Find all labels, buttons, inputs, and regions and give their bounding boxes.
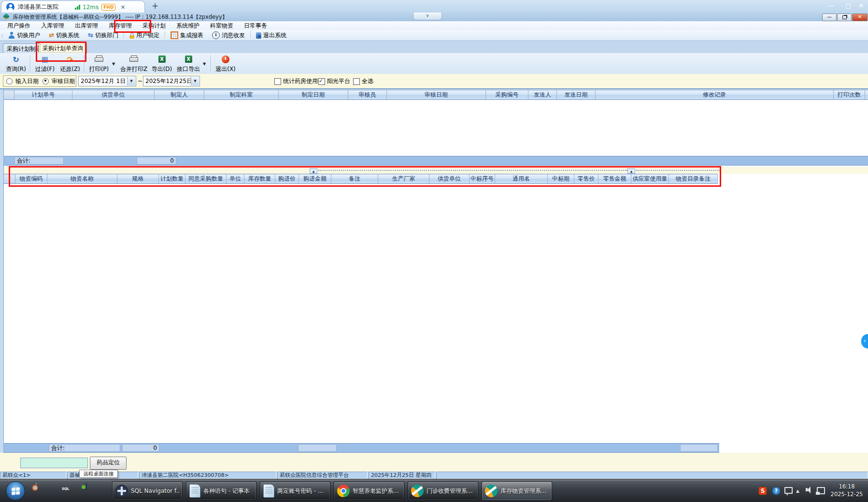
sunshine-platform-checkbox-row[interactable]: 阳光平台 [318, 77, 350, 85]
col-auditor[interactable]: 审核员 [348, 90, 387, 99]
plan-grid-body[interactable] [4, 100, 868, 156]
integrated-reports-button[interactable]: 集成报表 [166, 30, 208, 41]
col-purchase-price[interactable]: 购进价 [275, 174, 299, 183]
start-button[interactable] [6, 481, 25, 501]
browser-tab[interactable]: 漳浦县第二医院 12ms FHD ✕ [1, 0, 145, 13]
detail-grid-body[interactable] [4, 184, 868, 443]
taskbar-chrome-app[interactable]: 智慧养老监护系... [334, 481, 404, 501]
interface-export-button[interactable]: 接口导出 [175, 55, 202, 72]
col-material-name[interactable]: 物资名称 [47, 174, 117, 183]
taskbar-outpatient-app[interactable]: 门诊收费管理系... [408, 481, 478, 501]
col-create-dept[interactable]: 制定科室 [204, 90, 279, 99]
hardware-tray-icon[interactable] [784, 487, 793, 494]
col-sender[interactable]: 发送人 [528, 90, 557, 99]
col-manufacturer[interactable]: 生产厂家 [378, 174, 429, 183]
menu-daily-affairs[interactable]: 日常事务 [239, 21, 272, 30]
menu-system-maintenance[interactable]: 系统维护 [171, 21, 205, 30]
col-purchase-no[interactable]: 采购编号 [486, 90, 528, 99]
col-supplier[interactable]: 供货单位 [429, 174, 470, 183]
chevron-down-icon[interactable]: ▼ [127, 77, 135, 85]
col-bid-period[interactable]: 中标期 [548, 174, 574, 183]
filter-button[interactable]: ▦ 过滤(F) [33, 55, 57, 72]
col-plan-no[interactable]: 计划单号 [14, 90, 72, 99]
print-button[interactable]: 打印(P) [87, 55, 111, 72]
taskbar-notepad-1[interactable]: 各种语句 - 记事本 [186, 481, 256, 501]
menu-purchase-plan[interactable]: 采购计划 [137, 21, 171, 30]
browser-close-button[interactable]: ✕ [855, 1, 868, 11]
app-minimize-button[interactable]: — [822, 14, 837, 21]
select-all-checkbox-row[interactable]: 全选 [353, 77, 373, 85]
menu-inventory[interactable]: 库存管理 [103, 21, 137, 30]
col-send-date[interactable]: 发送日期 [557, 90, 596, 99]
col-material-code[interactable]: 物资编码 [15, 174, 47, 183]
drug-locate-button[interactable]: 药品定位 [90, 457, 127, 470]
help-tray-icon[interactable] [772, 487, 780, 495]
app-close-button[interactable]: ✕ [852, 14, 868, 21]
col-bid-serial[interactable]: 中标序号 [470, 174, 495, 183]
tab-purchase-plan-query[interactable]: 采购计划单查询 [39, 42, 87, 54]
sogou-tray-icon[interactable] [759, 487, 767, 495]
tab-close-icon[interactable]: ✕ [120, 4, 125, 11]
menu-outbound[interactable]: 出库管理 [70, 21, 103, 30]
col-supply-room-usage[interactable]: 供应室使用量 [631, 174, 669, 183]
search-doc-launcher-icon[interactable] [36, 483, 37, 490]
drug-locate-input[interactable] [20, 458, 88, 468]
menu-user-ops[interactable]: 用户操作 [2, 21, 36, 30]
audit-date-radio[interactable] [43, 78, 49, 84]
col-spec[interactable]: 规格 [117, 174, 159, 183]
query-button[interactable]: ↻ 查询(R) [4, 55, 28, 72]
taskbar-inventory-app[interactable]: 库存物资管理系... [482, 481, 552, 501]
messages-button[interactable]: 消息收发 [208, 30, 249, 41]
col-creator[interactable]: 制定人 [155, 90, 204, 99]
network-tray-icon[interactable] [817, 487, 825, 494]
exit-button[interactable]: 退出(X) [213, 55, 238, 72]
col-remark[interactable]: 备注 [331, 174, 378, 183]
col-supplier[interactable]: 供货单位 [72, 90, 155, 99]
input-date-radio[interactable] [6, 78, 13, 84]
switch-user-button[interactable]: 切换用户 [4, 30, 44, 41]
browser-maximize-button[interactable]: □ [841, 1, 855, 11]
new-tab-button[interactable]: + [152, 1, 158, 11]
col-plan-qty[interactable]: 计划数量 [159, 174, 185, 183]
date-to-combo[interactable]: 2025年12月25日 ▼ [143, 76, 200, 86]
col-generic-name[interactable]: 通用名 [495, 174, 548, 183]
pharmacy-usage-checkbox[interactable] [274, 78, 281, 85]
splitter-collapse-icon[interactable]: ▲ [627, 168, 635, 174]
select-all-checkbox[interactable] [353, 78, 360, 85]
col-unit[interactable]: 单位 [227, 174, 244, 183]
col-retail-price[interactable]: 零售价 [574, 174, 598, 183]
lock-user-button[interactable]: 用户锁定 [125, 30, 164, 41]
col-purchase-amount[interactable]: 购进金额 [299, 174, 331, 183]
col-catalog-remark[interactable]: 物资目录备注 [669, 174, 718, 183]
col-stock-qty[interactable]: 库存数量 [244, 174, 275, 183]
volume-tray-icon[interactable] [806, 488, 808, 491]
tray-expand-icon[interactable]: ▲ [796, 488, 799, 493]
exit-system-button[interactable]: 退出系统 [252, 30, 291, 41]
restore-button[interactable]: ↷ 还原(Z) [58, 55, 82, 72]
splitter-collapse-icon[interactable]: ▲ [310, 168, 317, 174]
taskbar-clock[interactable]: 16:18 2025-12-25 [827, 483, 867, 498]
rdp-connection-bar-toggle[interactable]: ∨ [413, 13, 442, 20]
remote-pc-launcher-icon[interactable] [86, 483, 87, 490]
menu-inbound[interactable]: 入库管理 [36, 21, 70, 30]
chevron-down-icon[interactable]: ▼ [191, 77, 199, 85]
col-retail-amount[interactable]: 零售金额 [598, 174, 631, 183]
col-create-date[interactable]: 制定日期 [279, 90, 348, 99]
col-print-count[interactable]: 打印次数 [834, 90, 865, 99]
col-modify-record[interactable]: 修改记录 [596, 90, 834, 99]
export-button[interactable]: 导出(D) [150, 55, 174, 72]
switch-department-button[interactable]: ⇆切换部门 [84, 30, 123, 41]
merge-print-button[interactable]: 合并打印Z [119, 55, 149, 72]
sunshine-platform-checkbox[interactable] [318, 78, 325, 85]
pharmacy-usage-checkbox-row[interactable]: 统计药房使用量 [274, 77, 324, 85]
date-from-combo[interactable]: 2025年12月 1日 ▼ [78, 76, 136, 86]
taskbar-notepad-2[interactable]: 两定账号密码 - ... [260, 481, 330, 501]
taskbar-sql-navigator[interactable]: SQL Navigator f... [112, 481, 183, 501]
interface-export-dropdown-caret[interactable]: ▼ [203, 62, 206, 66]
app-restore-button[interactable] [837, 14, 852, 21]
switch-system-button[interactable]: ⇄切换系统 [44, 30, 84, 41]
col-audit-date[interactable]: 审核日期 [387, 90, 486, 99]
col-approved-qty[interactable]: 同意采购数量 [185, 174, 227, 183]
print-dropdown-caret[interactable]: ▼ [112, 62, 115, 66]
browser-minimize-button[interactable]: — [824, 1, 838, 11]
